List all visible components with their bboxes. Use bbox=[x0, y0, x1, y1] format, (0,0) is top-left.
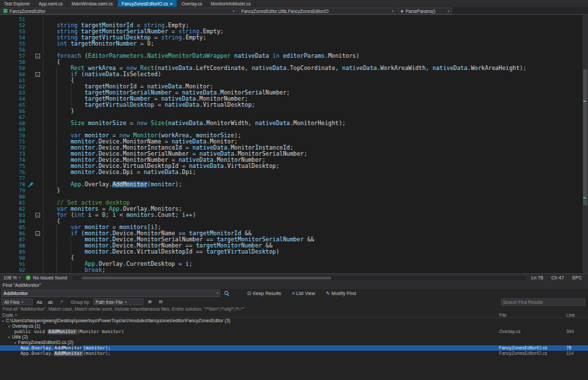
indent-guide bbox=[43, 139, 56, 145]
line-number: 62 bbox=[0, 84, 27, 90]
indent-guide bbox=[43, 255, 56, 261]
find-result-row[interactable]: App.Overlay.AddMonitor(monitor);FancyZon… bbox=[0, 345, 588, 351]
pencil-icon: ✎ bbox=[326, 291, 330, 296]
tab-close-icon[interactable]: × bbox=[170, 1, 173, 6]
zoom-control[interactable]: 108 % ▾ bbox=[3, 275, 20, 280]
code-token: var bbox=[71, 133, 81, 139]
code-line-83: 83−for (int i = 0; i < monitors.Count; i… bbox=[0, 212, 588, 218]
code-token: targetVirtualDesktop bbox=[207, 249, 276, 255]
list-view-button[interactable]: ≡ List View bbox=[290, 291, 317, 296]
whole-word-button[interactable]: ab bbox=[46, 300, 54, 305]
indent-guide bbox=[71, 267, 84, 273]
line-number: 60 bbox=[0, 71, 27, 77]
fold-collapse-icon[interactable]: − bbox=[35, 231, 40, 236]
glyph-margin bbox=[27, 194, 35, 200]
code-token: Overlay bbox=[84, 182, 109, 188]
fold-margin bbox=[35, 145, 43, 151]
keep-results-icon: ⊡ bbox=[247, 291, 252, 296]
indent-guide bbox=[43, 96, 56, 102]
horizontal-scrollbar[interactable] bbox=[73, 276, 526, 280]
indent-guide bbox=[43, 175, 56, 182]
expander-icon[interactable]: ▾ bbox=[2, 318, 4, 324]
code-token: Count bbox=[158, 212, 175, 218]
glyph-margin bbox=[27, 224, 35, 230]
code-token: = bbox=[161, 139, 171, 145]
line-column-header[interactable]: Line bbox=[565, 313, 588, 317]
fold-collapse-icon[interactable]: − bbox=[35, 72, 40, 77]
fold-collapse-icon[interactable]: − bbox=[35, 213, 40, 218]
result-file: Overlay.cs bbox=[499, 329, 565, 334]
glyph-margin bbox=[27, 16, 35, 22]
indent-guide bbox=[43, 224, 56, 230]
code-token: Empty bbox=[168, 22, 186, 29]
code-editor[interactable]: 5152string targetMonitorId = string.Empt… bbox=[0, 15, 588, 273]
code-token: foreach bbox=[56, 53, 81, 59]
expand-all-button[interactable]: ⊞ bbox=[146, 299, 154, 305]
keep-results-toggle[interactable]: ⊡ Keep Results bbox=[245, 291, 283, 296]
code-line-65: 65targetVirtualDesktop = nativeData.Virt… bbox=[0, 102, 588, 108]
modify-find-button[interactable]: ✎ Modify Find bbox=[324, 291, 358, 296]
tab-mainwindow-xaml-cs[interactable]: MainWindow.xaml.cs bbox=[67, 0, 118, 7]
match-case-button[interactable]: Aa bbox=[35, 300, 44, 305]
code-token: monitor bbox=[71, 157, 95, 163]
code-token: string bbox=[56, 35, 77, 41]
code-line-66: 66} bbox=[0, 108, 588, 114]
modify-find-label: Modify Find bbox=[331, 291, 356, 296]
code-text bbox=[43, 126, 588, 133]
code-token: Monitor bbox=[133, 133, 158, 139]
code-token: ]; bbox=[154, 224, 161, 230]
code-line-68: 68Size monitorSize = new Size(nativeData… bbox=[0, 120, 588, 126]
editor-scrollbar[interactable] bbox=[583, 15, 588, 273]
type-dropdown-label: FancyZonesEditor.Utils.FancyZonesEditorI… bbox=[241, 9, 328, 14]
quick-actions-screwdriver-icon[interactable] bbox=[27, 182, 35, 188]
find-group-row[interactable]: ▾Overlay.cs (1) bbox=[0, 324, 588, 329]
tab-app-xaml-cs[interactable]: App.xaml.cs bbox=[35, 0, 67, 7]
find-result-row[interactable]: App.Overlay.AddMonitor(monitor);FancyZon… bbox=[0, 351, 588, 356]
type-dropdown[interactable]: FancyZonesEditor.Utils.FancyZonesEditorI… bbox=[239, 7, 396, 14]
project-dropdown[interactable]: FancyZonesEditor ▾ bbox=[1, 7, 237, 14]
code-line-58: 58{ bbox=[0, 59, 588, 65]
line-number: 71 bbox=[0, 139, 27, 145]
find-toolbar: All Files ▾ Aa ab .* Group by: Path then… bbox=[0, 298, 588, 306]
find-group-row[interactable]: ▾FancyZonesEditorIO.cs (2) bbox=[0, 340, 588, 345]
find-action-buttons: ⊡ Keep Results ≡ List View ✎ Modify Find bbox=[245, 291, 358, 296]
glyph-margin bbox=[27, 120, 35, 126]
document-health-indicator[interactable]: ✓ No issues found bbox=[26, 275, 67, 280]
glyph-margin bbox=[27, 243, 35, 249]
search-icon[interactable] bbox=[224, 290, 230, 296]
code-token: monitor bbox=[84, 249, 109, 255]
member-dropdown[interactable]: ◆ ParseParams() ▾ bbox=[398, 7, 452, 14]
code-token: Device bbox=[99, 151, 120, 157]
find-group-row[interactable]: ▾C:\Users\zhaopengwang\Desktop\powertoys… bbox=[0, 318, 588, 324]
tab-overlay-cs[interactable]: Overlay.cs bbox=[177, 0, 207, 7]
collapse-all-button[interactable]: ⊟ bbox=[157, 299, 165, 305]
indent-guide bbox=[43, 145, 56, 151]
indent-guide bbox=[71, 96, 84, 102]
scope-dropdown[interactable]: All Files ▾ bbox=[1, 298, 33, 305]
file-column-header[interactable]: File bbox=[499, 313, 565, 317]
code-text: monitor.Device.MonitorSerialNumber == ta… bbox=[43, 237, 588, 243]
code-text: var monitor = monitors[i]; bbox=[43, 224, 588, 230]
indent-guide bbox=[43, 182, 56, 188]
line-number: 74 bbox=[0, 157, 27, 163]
expander-icon[interactable]: ▾ bbox=[14, 340, 16, 345]
fold-margin bbox=[35, 84, 43, 90]
fold-collapse-icon[interactable]: − bbox=[35, 54, 40, 58]
code-token: targetMonitorId bbox=[84, 84, 137, 90]
find-result-row[interactable]: public void AddMonitor(Monitor monitor)O… bbox=[0, 329, 588, 334]
code-token: MonitorHeight bbox=[294, 120, 339, 126]
code-token: MonitorNumber bbox=[137, 243, 182, 249]
scrollbar-thumb[interactable] bbox=[583, 69, 587, 205]
tab-monitorinfomodel-cs[interactable]: MonitorInfoModel.cs bbox=[207, 0, 256, 7]
results-filter-input[interactable] bbox=[503, 300, 583, 305]
expander-icon[interactable]: ▾ bbox=[8, 324, 10, 329]
scrollbar-thumb[interactable] bbox=[82, 277, 331, 279]
tab-fancyzoneseditorio-cs[interactable]: FancyZonesEditorIO.cs× bbox=[118, 0, 177, 7]
find-query-input[interactable] bbox=[3, 291, 216, 296]
expander-icon[interactable]: ▾ bbox=[8, 334, 10, 340]
tab-test-explorer[interactable]: Test Explorer bbox=[0, 0, 35, 7]
code-column-header[interactable]: Code ▾ bbox=[0, 313, 499, 317]
find-group-row[interactable]: ▾Utils (2) bbox=[0, 334, 588, 340]
regex-button[interactable]: .* bbox=[57, 300, 65, 305]
group-by-dropdown[interactable]: Path then File ▾ bbox=[93, 298, 143, 305]
